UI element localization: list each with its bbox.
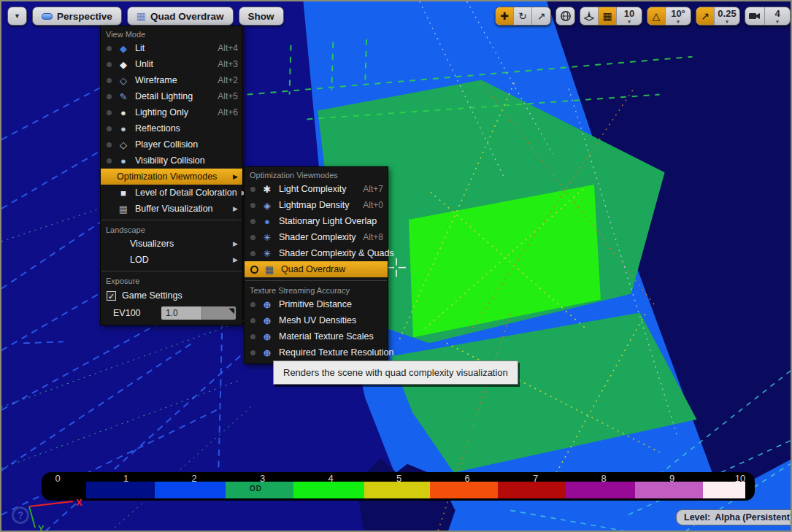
ev100-track[interactable]: ◥ — [202, 307, 236, 320]
menu-item-label: Stationary Light Overlap — [279, 216, 383, 226]
menu-item-label: Lit — [135, 43, 212, 53]
caret-down-icon: ▾ — [726, 19, 728, 24]
scale-tool-button[interactable]: ↗ — [532, 7, 550, 25]
radio-icon — [107, 142, 112, 147]
drag-corner-icon: ◥ — [228, 307, 234, 315]
rotation-snap-toggle[interactable]: △ — [647, 7, 666, 25]
menu-item-shader-complexity[interactable]: ✳ Shader Complexity Alt+8 — [245, 229, 388, 245]
menu-item-primitive-distance[interactable]: ⊕ Primitive Distance — [245, 296, 388, 312]
overdraw-scale-bar: 0 1 2 3 4 5 6 7 8 9 10 OD — [42, 472, 755, 501]
menu-item-lod-coloration[interactable]: ■ Level of Detail Coloration ▶ — [101, 185, 242, 201]
mesh-uv-densities-icon: ⊕ — [261, 316, 274, 325]
menu-item-required-texture-resolution[interactable]: ⊕ Required Texture Resolution — [245, 344, 388, 361]
camera-speed-dropdown[interactable]: 4 ▾ — [765, 7, 790, 25]
move-icon: ✚ — [500, 11, 509, 21]
menu-item-label: Material Texture Scales — [279, 331, 383, 342]
grid-snap-toggle[interactable]: ▦ — [599, 7, 617, 25]
rotation-snap-group: △ 10° ▾ — [647, 7, 691, 26]
level-value: Alpha (Persistent) — [715, 512, 792, 523]
menu-item-label: Reflections — [135, 123, 238, 134]
radio-selected-icon — [250, 266, 258, 274]
menu-item-visibility-collision[interactable]: ● Visibility Collision — [101, 153, 242, 169]
scale-segment — [566, 482, 635, 498]
view-mode-button[interactable]: ▦ Quad Overdraw — [127, 7, 234, 26]
menu-item-label: Lightmap Density — [279, 200, 357, 210]
menu-item-light-complexity[interactable]: ✱ Light Complexity Alt+7 — [245, 181, 388, 197]
overdraw-marker-label: OD — [250, 485, 262, 493]
rotation-snap-value-dropdown[interactable]: 10° ▾ — [666, 7, 691, 25]
menu-item-label: Level of Detail Coloration — [135, 188, 237, 198]
scale-segment — [364, 482, 430, 498]
menu-item-shader-complexity-quads[interactable]: ✳ Shader Complexity & Quads — [245, 245, 388, 261]
show-label: Show — [248, 11, 274, 22]
dropdown-arrow-icon: ▼ — [14, 12, 20, 20]
landscape-section-header: Landscape — [101, 223, 242, 236]
menu-item-label: LOD — [107, 255, 228, 265]
menu-item-shortcut: Alt+6 — [218, 107, 238, 117]
menu-item-lightmap-density[interactable]: ◈ Lightmap Density Alt+0 — [245, 197, 388, 213]
menu-item-unlit[interactable]: ◆ Unlit Alt+3 — [101, 56, 242, 72]
scale-segment — [293, 482, 364, 498]
scale-segment — [430, 482, 498, 498]
menu-item-mesh-uv-densities[interactable]: ⊕ Mesh UV Densities — [245, 312, 388, 328]
radio-icon — [107, 126, 112, 131]
perspective-button[interactable]: Perspective — [32, 7, 122, 26]
lit-icon: ◆ — [117, 44, 130, 53]
radio-icon — [107, 78, 112, 83]
menu-item-label: Wireframe — [135, 75, 212, 85]
menu-item-reflections[interactable]: ● Reflections — [101, 120, 242, 136]
menu-item-visualizers[interactable]: Visualizers ▶ — [101, 236, 242, 252]
ev100-slider[interactable]: 1.0 ◥ — [161, 306, 237, 320]
menu-item-label: Detail Lighting — [135, 91, 212, 101]
texture-streaming-section-header: Texture Streaming Accuracy — [245, 284, 388, 296]
show-button[interactable]: Show — [239, 7, 284, 26]
menu-item-shortcut: Alt+8 — [363, 232, 383, 242]
viewport-options-button[interactable]: ▼ — [7, 7, 27, 26]
submenu-arrow-icon: ▶ — [233, 256, 238, 263]
menu-item-label: Lighting Only — [135, 107, 212, 117]
menu-item-lighting-only[interactable]: ● Lighting Only Alt+6 — [101, 104, 242, 120]
level-label: Level: — [684, 512, 710, 523]
buffer-visualization-icon: ▦ — [117, 204, 130, 214]
radio-icon — [250, 251, 255, 256]
menu-item-label: Light Complexity — [279, 184, 357, 194]
menu-item-optimization-viewmodes[interactable]: Optimization Viewmodes ▶ — [101, 169, 242, 185]
player-collision-icon: ◇ — [117, 140, 130, 150]
radio-icon — [250, 187, 255, 192]
game-settings-checkbox[interactable]: ✓ — [107, 291, 116, 301]
radio-icon — [250, 203, 255, 208]
menu-item-label: Quad Overdraw — [281, 264, 383, 274]
rotate-tool-button[interactable]: ↻ — [514, 7, 532, 25]
menu-item-shortcut: Alt+2 — [218, 75, 238, 85]
scale-color-strip — [86, 482, 745, 498]
menu-item-player-collision[interactable]: ◇ Player Collision — [101, 136, 242, 153]
menu-item-stationary-light-overlap[interactable]: ● Stationary Light Overlap — [245, 213, 388, 229]
unreal-editor-viewport: { "toolbar": { "dropdown_arrow": "▼", "p… — [0, 0, 792, 532]
menu-item-quad-overdraw[interactable]: ▦ Quad Overdraw — [245, 261, 388, 277]
viewport-toolbar-right: ✚ ↻ ↗ ▦ 10 ▾ △ 10° ▾ — [495, 7, 792, 26]
grid-snap-value: 10 — [624, 9, 634, 18]
quad-overdraw-icon: ▦ — [263, 265, 276, 274]
menu-item-buffer-visualization[interactable]: ▦ Buffer Visualization ▶ — [101, 201, 242, 217]
menu-item-shortcut: Alt+0 — [363, 200, 383, 210]
submenu-arrow-icon: ▶ — [233, 205, 238, 212]
scale-snap-toggle[interactable]: ↗ — [696, 7, 715, 25]
ev100-value: 1.0 — [161, 307, 202, 320]
detail-lighting-icon: ✎ — [117, 92, 130, 101]
grid-snap-value-dropdown[interactable]: 10 ▾ — [617, 7, 642, 25]
scale-snap-icon: ↗ — [701, 11, 710, 21]
scale-snap-value-dropdown[interactable]: 0.25 ▾ — [715, 7, 739, 25]
view-mode-section-header: View Mode — [101, 28, 242, 40]
menu-item-material-texture-scales[interactable]: ⊕ Material Texture Scales — [245, 328, 388, 344]
menu-item-label: Shader Complexity & Quads — [279, 248, 394, 258]
camera-speed-button[interactable] — [745, 7, 765, 25]
menu-item-lod[interactable]: LOD ▶ — [101, 252, 242, 268]
transform-tools-group: ✚ ↻ ↗ — [495, 7, 551, 26]
surface-snap-button[interactable] — [580, 7, 599, 25]
scale-icon: ↗ — [537, 11, 546, 21]
world-coordinate-button[interactable] — [556, 7, 574, 25]
menu-item-wireframe[interactable]: ◇ Wireframe Alt+2 — [101, 72, 242, 88]
menu-item-detail-lighting[interactable]: ✎ Detail Lighting Alt+5 — [101, 88, 242, 104]
menu-item-lit[interactable]: ◆ Lit Alt+4 — [101, 40, 242, 56]
move-tool-button[interactable]: ✚ — [496, 7, 514, 25]
